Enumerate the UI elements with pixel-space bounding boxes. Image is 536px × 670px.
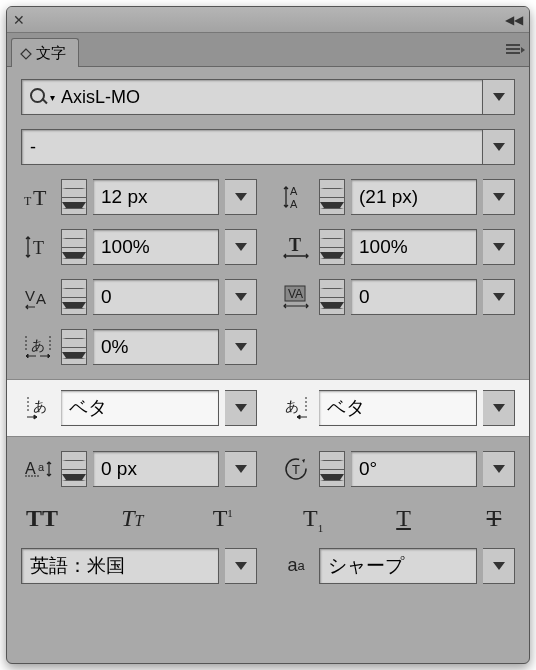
language-field: 英語：米国 — [21, 548, 257, 584]
search-sub-tri: ▾ — [50, 92, 55, 103]
kerning-field: VA 0 — [21, 279, 257, 315]
panel-titlebar: ✕ ◀◀ — [7, 7, 529, 33]
strikethrough-toggle[interactable]: T — [475, 505, 513, 534]
font-size-spinner[interactable] — [61, 179, 87, 215]
rotation-spinner[interactable] — [319, 451, 345, 487]
baseline-dropdown[interactable] — [225, 451, 257, 487]
kerning-input[interactable]: 0 — [93, 279, 219, 315]
aki-left-icon: あ — [21, 395, 55, 421]
tab-character[interactable]: 文字 — [11, 38, 79, 67]
kerning-dropdown[interactable] — [225, 279, 257, 315]
language-input[interactable]: 英語：米国 — [21, 548, 219, 584]
leading-dropdown[interactable] — [483, 179, 515, 215]
tracking-spinner[interactable] — [319, 279, 345, 315]
tsume-spinner[interactable] — [61, 329, 87, 365]
tsume-field: あ 0% — [21, 329, 257, 365]
antialias-field: aa シャープ — [279, 548, 515, 584]
style-toggles: TT TT T1 T1 T T — [21, 501, 515, 534]
svg-text:V: V — [25, 287, 35, 304]
aki-right-field: あ ベタ — [279, 390, 515, 426]
collapse-icon[interactable]: ◀◀ — [505, 13, 523, 27]
font-family-field[interactable]: ▾ AxisL-MO — [21, 79, 515, 115]
vscale-input[interactable]: 100% — [93, 229, 219, 265]
tracking-field: VA 0 — [279, 279, 515, 315]
rotation-icon: T — [279, 456, 313, 482]
tsume-input[interactable]: 0% — [93, 329, 219, 365]
vscale-dropdown[interactable] — [225, 229, 257, 265]
antialias-icon: aa — [279, 555, 313, 576]
tsume-dropdown[interactable] — [225, 329, 257, 365]
font-size-dropdown[interactable] — [225, 179, 257, 215]
aki-right-icon: あ — [279, 395, 313, 421]
underline-toggle[interactable]: T — [385, 505, 423, 534]
font-style-value: - — [30, 137, 36, 158]
search-icon — [30, 88, 48, 106]
leading-input[interactable]: (21 px) — [351, 179, 477, 215]
faux-bold-toggle[interactable]: TT — [23, 505, 61, 534]
vscale-spinner[interactable] — [61, 229, 87, 265]
aki-left-dropdown[interactable] — [225, 390, 257, 426]
hscale-field: T 100% — [279, 229, 515, 265]
font-size-icon: TT — [21, 185, 55, 209]
svg-text:T: T — [292, 462, 300, 477]
svg-text:T: T — [289, 235, 301, 255]
antialias-input[interactable]: シャープ — [319, 548, 477, 584]
svg-text:A: A — [290, 185, 298, 197]
tab-label: 文字 — [36, 44, 66, 63]
faux-italic-toggle[interactable]: TT — [113, 505, 151, 534]
hscale-icon: T — [279, 234, 313, 260]
close-icon[interactable]: ✕ — [13, 12, 25, 28]
aki-left-field: あ ベタ — [21, 390, 257, 426]
font-family-dropdown[interactable] — [483, 79, 515, 115]
subscript-toggle[interactable]: T1 — [294, 505, 332, 534]
svg-text:T: T — [33, 185, 47, 209]
font-family-value: AxisL-MO — [61, 87, 140, 108]
kerning-spinner[interactable] — [61, 279, 87, 315]
character-panel: ✕ ◀◀ 文字 ▾ AxisL-MO - — [6, 6, 530, 664]
tracking-icon: VA — [279, 284, 313, 310]
leading-spinner[interactable] — [319, 179, 345, 215]
svg-text:A: A — [25, 460, 36, 477]
svg-text:T: T — [33, 238, 44, 258]
svg-text:a: a — [38, 461, 45, 473]
hscale-input[interactable]: 100% — [351, 229, 477, 265]
tracking-input[interactable]: 0 — [351, 279, 477, 315]
tracking-dropdown[interactable] — [483, 279, 515, 315]
rotation-input[interactable]: 0° — [351, 451, 477, 487]
baseline-spinner[interactable] — [61, 451, 87, 487]
tab-bar: 文字 — [7, 33, 529, 67]
font-size-field: TT 12 px — [21, 179, 257, 215]
svg-text:VA: VA — [288, 287, 303, 301]
vscale-field: T 100% — [21, 229, 257, 265]
rotation-dropdown[interactable] — [483, 451, 515, 487]
panel-content: ▾ AxisL-MO - TT 12 px — [7, 67, 529, 598]
svg-text:T: T — [24, 194, 32, 208]
leading-icon: AA — [279, 184, 313, 210]
hscale-spinner[interactable] — [319, 229, 345, 265]
aki-right-dropdown[interactable] — [483, 390, 515, 426]
language-dropdown[interactable] — [225, 548, 257, 584]
svg-text:あ: あ — [285, 398, 299, 414]
kerning-icon: VA — [21, 284, 55, 310]
font-style-field[interactable]: - — [21, 129, 515, 165]
svg-text:A: A — [36, 290, 46, 307]
tsume-icon: あ — [21, 334, 55, 360]
font-size-input[interactable]: 12 px — [93, 179, 219, 215]
svg-text:A: A — [290, 198, 298, 210]
font-style-dropdown[interactable] — [483, 129, 515, 165]
leading-field: AA (21 px) — [279, 179, 515, 215]
baseline-input[interactable]: 0 px — [93, 451, 219, 487]
aki-right-input[interactable]: ベタ — [319, 390, 477, 426]
vscale-icon: T — [21, 234, 55, 260]
hscale-dropdown[interactable] — [483, 229, 515, 265]
rotation-field: T 0° — [279, 451, 515, 487]
reset-icon — [20, 48, 32, 60]
aki-left-input[interactable]: ベタ — [61, 390, 219, 426]
baseline-icon: Aa — [21, 456, 55, 482]
antialias-dropdown[interactable] — [483, 548, 515, 584]
aki-row: あ ベタ あ ベタ — [7, 379, 529, 437]
svg-text:あ: あ — [33, 398, 47, 414]
baseline-field: Aa 0 px — [21, 451, 257, 487]
flyout-menu-icon[interactable] — [503, 41, 523, 57]
superscript-toggle[interactable]: T1 — [204, 505, 242, 534]
